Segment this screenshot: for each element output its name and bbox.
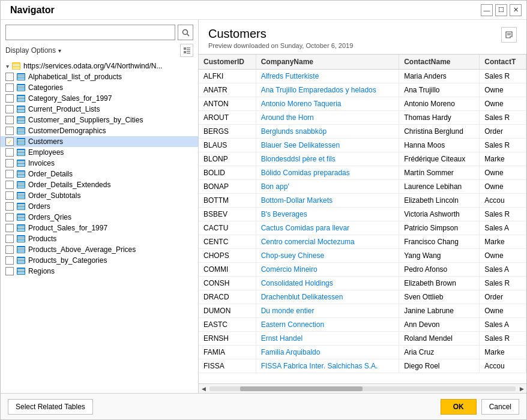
tree-item[interactable]: Order_Details	[1, 169, 198, 179]
tree-item-checkbox[interactable]	[5, 267, 14, 275]
tree-item[interactable]: Current_Product_Lists	[1, 104, 198, 115]
tree-item[interactable]: Products_by_Categories	[1, 255, 198, 266]
close-button[interactable]: ✕	[510, 4, 522, 16]
table-icon	[16, 213, 26, 221]
tree-item[interactable]: Employees	[1, 147, 198, 158]
table-cell[interactable]: Eastern Connection	[256, 318, 399, 332]
scroll-thumb[interactable]	[240, 386, 363, 391]
tree-item-checkbox[interactable]	[5, 224, 14, 232]
tree-item[interactable]: Category_Sales_for_1997	[1, 93, 198, 104]
table-cell[interactable]: Bon app'	[256, 180, 399, 194]
tree-item[interactable]: Product_Sales_for_1997	[1, 223, 198, 233]
table-cell[interactable]: Alfreds Futterkiste	[256, 70, 399, 83]
table-cell: ANTON	[199, 97, 256, 111]
tree-item[interactable]: Invoices	[1, 158, 198, 169]
tree-item[interactable]: Products_Above_Average_Prices	[1, 244, 198, 255]
table-cell[interactable]: Comércio Mineiro	[256, 263, 399, 277]
preview-action-button[interactable]	[501, 27, 517, 43]
svg-rect-32	[17, 112, 25, 113]
tree-item-checkbox[interactable]: ✓	[5, 137, 14, 146]
scroll-track[interactable]	[209, 386, 516, 391]
horizontal-scrollbar[interactable]: ◀ ▶	[199, 383, 526, 393]
table-cell[interactable]: FISSA Fabrica Inter. Salchichas S.A.	[256, 359, 399, 373]
table-cell[interactable]: Centro comercial Moctezuma	[256, 235, 399, 249]
table-cell[interactable]: Cactus Comidas para llevar	[256, 221, 399, 235]
tree-item-checkbox[interactable]	[5, 94, 14, 103]
tree-item-checkbox[interactable]	[5, 170, 14, 178]
tree-item-checkbox[interactable]	[5, 159, 14, 167]
preview-table-container[interactable]: CustomerIDCompanyNameContactNameContactT…	[199, 54, 526, 383]
maximize-button[interactable]: ☐	[495, 4, 507, 16]
svg-rect-15	[17, 76, 25, 77]
tree-item[interactable]: ✓ Customers	[1, 136, 198, 147]
tree-item-checkbox[interactable]	[5, 245, 14, 254]
svg-rect-77	[17, 209, 25, 210]
scroll-left-button[interactable]: ◀	[199, 384, 208, 394]
tree-item[interactable]: Customer_and_Suppliers_by_Cities	[1, 115, 198, 125]
table-row: FAMIAFamilia ArquibaldoAria CruzMarke	[199, 346, 526, 359]
minimize-button[interactable]: —	[481, 4, 493, 16]
table-row: ANTONAntonio Moreno TaqueriaAntonio More…	[199, 97, 526, 111]
table-cell[interactable]: Familia Arquibaldo	[256, 346, 399, 359]
cancel-button[interactable]: Cancel	[481, 399, 519, 415]
table-cell[interactable]: Bottom-Dollar Markets	[256, 194, 399, 208]
table-cell: Sales R	[480, 111, 526, 125]
table-row: ALFKIAlfreds FutterkisteMaria AndersSale…	[199, 70, 526, 83]
table-cell[interactable]: Blondesddsl père et fils	[256, 152, 399, 166]
ok-button[interactable]: OK	[441, 399, 477, 415]
display-options-button[interactable]: Display Options ▾	[5, 46, 61, 55]
tree-item[interactable]: Orders_Qries	[1, 212, 198, 223]
table-cell[interactable]: Ernst Handel	[256, 332, 399, 346]
svg-rect-12	[13, 68, 20, 70]
table-cell: Victoria Ashworth	[399, 208, 480, 221]
table-cell: Diego Roel	[399, 359, 480, 373]
tree-item[interactable]: Regions	[1, 266, 198, 277]
tree-item[interactable]: Order_Subtotals	[1, 190, 198, 201]
tree-item-checkbox[interactable]	[5, 202, 14, 211]
table-cell: Pedro Afonso	[399, 263, 480, 277]
table-cell[interactable]: B's Beverages	[256, 208, 399, 221]
tree-item-checkbox[interactable]	[5, 191, 14, 200]
table-cell[interactable]: Bólido Comidas preparadas	[256, 166, 399, 180]
tree-item[interactable]: Alphabetical_list_of_products	[1, 71, 198, 82]
tree-item-checkbox[interactable]	[5, 73, 14, 81]
tree-root-item[interactable]: ▾ https://services.odata.org/V4/Northwin…	[1, 61, 198, 71]
table-cell[interactable]: Ana Trujillo Emparedados y helados	[256, 83, 399, 97]
tree-item-checkbox[interactable]	[5, 105, 14, 113]
tree-item-checkbox[interactable]	[5, 127, 14, 135]
tree-item[interactable]: Orders	[1, 201, 198, 212]
table-icon	[16, 267, 26, 275]
tree-item-checkbox[interactable]	[5, 235, 14, 243]
tree-item-checkbox[interactable]	[5, 181, 14, 189]
table-cell[interactable]: Around the Horn	[256, 111, 399, 125]
table-cell[interactable]: Du monde entier	[256, 304, 399, 318]
search-input[interactable]	[5, 25, 175, 40]
table-cell[interactable]: Berglunds snabbköp	[256, 125, 399, 139]
svg-rect-52	[17, 155, 25, 156]
display-options-label: Display Options	[5, 46, 56, 55]
tree-item[interactable]: CustomerDemographics	[1, 125, 198, 136]
svg-rect-95	[17, 249, 25, 250]
tree-item-checkbox[interactable]	[5, 256, 14, 265]
search-icon-button[interactable]	[178, 25, 193, 40]
svg-rect-44	[17, 139, 25, 140]
svg-rect-50	[17, 152, 25, 153]
view-mode-button[interactable]	[180, 44, 193, 57]
select-related-tables-button[interactable]: Select Related Tables	[8, 399, 93, 415]
table-cell[interactable]: Blauer See Delikatessen	[256, 139, 399, 152]
tree-item-checkbox[interactable]	[5, 83, 14, 92]
svg-rect-31	[17, 110, 25, 111]
tree-item-checkbox[interactable]	[5, 213, 14, 221]
table-cell[interactable]: Chop-suey Chinese	[256, 249, 399, 263]
table-cell[interactable]: Antonio Moreno Taqueria	[256, 97, 399, 111]
tree-item-checkbox[interactable]	[5, 148, 14, 157]
tree-item[interactable]: Order_Details_Extendeds	[1, 179, 198, 190]
tree-item[interactable]: Categories	[1, 82, 198, 93]
table-cell[interactable]: Consolidated Holdings	[256, 277, 399, 290]
preview-title-area: Customers Preview downloaded on Sunday, …	[208, 27, 353, 49]
scroll-right-button[interactable]: ▶	[517, 384, 526, 394]
tree-item-checkbox[interactable]	[5, 116, 14, 124]
table-cell[interactable]: Drachenblut Delikatessen	[256, 290, 399, 304]
table-row: CENTCCentro comercial MoctezumaFrancisco…	[199, 235, 526, 249]
tree-item[interactable]: Products	[1, 233, 198, 244]
